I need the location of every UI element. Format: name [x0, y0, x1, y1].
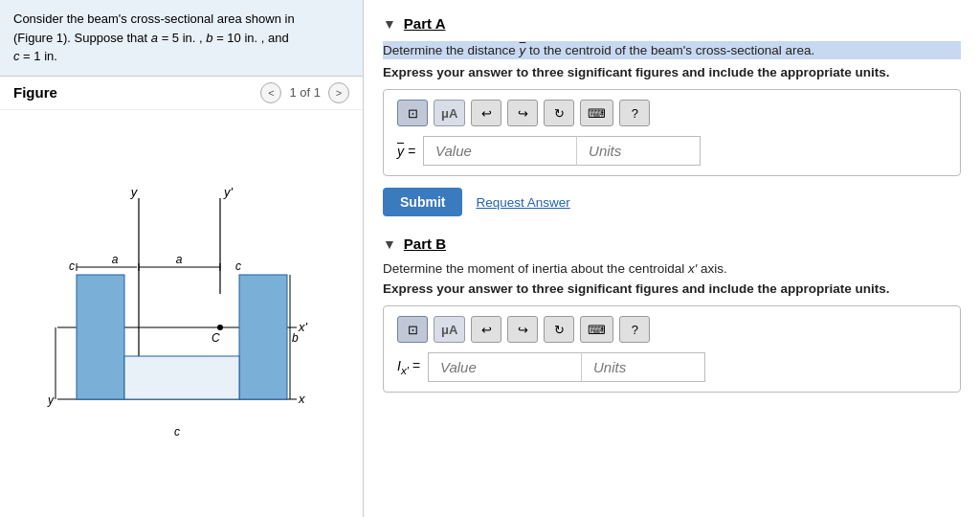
diagram-container: y y' x' x a a [0, 110, 363, 518]
part-b-section: ▼ Part B Determine the moment of inertia… [383, 236, 961, 393]
mu-button-a[interactable]: μΑ [434, 100, 465, 126]
right-panel: ▼ Part A Determine the distance y to the… [364, 0, 980, 517]
svg-text:a: a [175, 253, 182, 266]
mu-button-b[interactable]: μΑ [434, 316, 465, 343]
part-a-input-label: y = [397, 144, 415, 159]
refresh-icon-b: ↻ [554, 323, 565, 337]
svg-text:b: b [292, 331, 299, 345]
keyboard-button-b[interactable]: ⌨ [580, 316, 613, 343]
part-b-input-row: Ix′ = [397, 352, 947, 382]
part-b-header: ▼ Part B [383, 236, 961, 252]
part-a-instruction: Express your answer to three significant… [383, 65, 961, 79]
matrix-icon-a: ⊡ [408, 106, 418, 121]
part-a-header: ▼ Part A [383, 15, 961, 32]
keyboard-icon-a: ⌨ [588, 106, 606, 121]
undo-button-b[interactable]: ↩ [471, 316, 501, 343]
mu-label-b: μΑ [441, 323, 457, 337]
svg-text:y': y' [223, 185, 234, 199]
matrix-button-a[interactable]: ⊡ [397, 100, 428, 126]
svg-text:c: c [235, 259, 241, 273]
part-b-question: Determine the moment of inertia about th… [383, 261, 961, 276]
redo-icon-a: ↪ [518, 106, 528, 121]
part-b-units-input[interactable] [581, 352, 705, 382]
help-icon-a: ? [632, 106, 638, 121]
nav-prev-button[interactable]: < [260, 82, 281, 103]
part-a-label: Part A [404, 15, 446, 32]
part-a-toggle[interactable]: ▼ [383, 16, 396, 32]
svg-text:c: c [174, 425, 180, 438]
request-answer-button[interactable]: Request Answer [476, 195, 569, 210]
undo-icon-a: ↩ [481, 106, 492, 121]
part-b-instruction: Express your answer to three significant… [383, 281, 961, 296]
help-button-a[interactable]: ? [619, 100, 650, 126]
help-button-b[interactable]: ? [619, 316, 650, 343]
figure-nav: < 1 of 1 > [260, 82, 349, 103]
redo-icon-b: ↪ [518, 323, 528, 337]
problem-text: Consider the beam's cross-sectional area… [0, 0, 363, 77]
refresh-button-b[interactable]: ↻ [544, 316, 574, 343]
svg-rect-8 [77, 275, 124, 399]
part-b-toolbar: ⊡ μΑ ↩ ↪ ↻ ⌨ ? [397, 316, 947, 343]
undo-icon-b: ↩ [481, 323, 492, 337]
svg-text:x': x' [298, 320, 308, 334]
part-b-input-label: Ix′ = [397, 358, 420, 376]
svg-point-20 [217, 325, 223, 330]
part-a-value-input[interactable] [423, 136, 576, 166]
problem-text-line1: Consider the beam's cross-sectional area… [13, 11, 295, 63]
redo-button-a[interactable]: ↪ [507, 100, 538, 126]
part-a-answer-box: ⊡ μΑ ↩ ↪ ↻ ⌨ ? y = [383, 89, 961, 176]
part-a-toolbar: ⊡ μΑ ↩ ↪ ↻ ⌨ ? [397, 100, 947, 126]
nav-next-button[interactable]: > [328, 82, 349, 103]
part-b-value-input[interactable] [428, 352, 581, 382]
refresh-button-a[interactable]: ↻ [544, 100, 574, 126]
left-panel: Consider the beam's cross-sectional area… [0, 0, 364, 517]
svg-text:a: a [111, 253, 118, 266]
part-a-input-row: y = [397, 136, 947, 166]
keyboard-button-a[interactable]: ⌨ [580, 100, 613, 126]
part-a-units-input[interactable] [576, 136, 701, 166]
figure-page: 1 of 1 [289, 85, 321, 100]
svg-text:x: x [298, 392, 305, 406]
svg-text:c: c [69, 259, 75, 273]
redo-button-b[interactable]: ↪ [507, 316, 538, 343]
part-b-answer-box: ⊡ μΑ ↩ ↪ ↻ ⌨ ? [383, 305, 961, 393]
svg-text:C: C [212, 331, 220, 345]
svg-text:y: y [47, 393, 55, 407]
help-icon-b: ? [632, 323, 638, 337]
undo-button-a[interactable]: ↩ [471, 100, 501, 126]
part-b-toggle[interactable]: ▼ [383, 236, 396, 252]
matrix-icon-b: ⊡ [408, 323, 418, 337]
matrix-button-b[interactable]: ⊡ [397, 316, 428, 343]
figure-header: Figure < 1 of 1 > [0, 77, 363, 110]
svg-text:y: y [129, 185, 138, 199]
submit-button[interactable]: Submit [383, 188, 462, 216]
mu-label-a: μΑ [441, 106, 457, 121]
keyboard-icon-b: ⌨ [588, 323, 606, 337]
part-b-label: Part B [404, 236, 446, 252]
svg-rect-9 [239, 275, 287, 399]
beam-diagram: y y' x' x a a [29, 179, 335, 447]
part-a-action-row: Submit Request Answer [383, 188, 961, 216]
refresh-icon-a: ↻ [554, 106, 565, 121]
svg-rect-10 [124, 356, 239, 399]
figure-title: Figure [13, 84, 57, 101]
part-a-question: Determine the distance y to the centroid… [383, 41, 961, 59]
